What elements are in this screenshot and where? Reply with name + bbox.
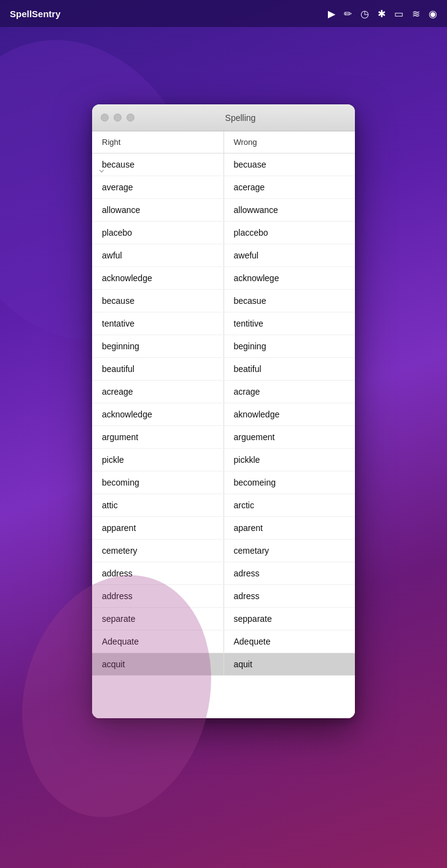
history-icon: ◷ xyxy=(360,8,369,20)
cell-right: acknowledge xyxy=(92,267,224,289)
table-row[interactable]: tentativetentitive xyxy=(92,312,355,335)
cell-wrong: pickkle xyxy=(224,449,356,471)
cell-wrong: arctic xyxy=(224,494,356,516)
menubar: SpellSentry ▶ ✏ ◷ ✱ ▭ ≋ ◉ xyxy=(0,0,447,27)
cell-wrong: aparent xyxy=(224,517,356,539)
cell-wrong: begining xyxy=(224,335,356,357)
cell-right: because xyxy=(92,290,224,312)
cell-right: placebo xyxy=(92,222,224,244)
cell-right: beautiful xyxy=(92,358,224,380)
table-row[interactable]: addressadress xyxy=(92,562,355,585)
cell-wrong: tentitive xyxy=(224,312,356,335)
table-row[interactable]: awfulaweful xyxy=(92,244,355,267)
cell-right: address xyxy=(92,585,224,607)
cell-wrong: beatiful xyxy=(224,358,356,380)
table-row[interactable]: averageacerage xyxy=(92,176,355,199)
bluetooth-icon: ✱ xyxy=(378,8,386,20)
cell-right: cemetery xyxy=(92,540,224,562)
cell-right: attic xyxy=(92,494,224,516)
pencil-icon: ✏ xyxy=(344,8,352,20)
cell-right: allowance xyxy=(92,199,224,221)
cell-wrong: acerage xyxy=(224,176,356,198)
traffic-lights xyxy=(101,114,134,122)
table-row[interactable]: allowanceallowwance xyxy=(92,199,355,222)
table-row[interactable]: acquitaquit xyxy=(92,653,355,676)
table-row[interactable]: argumentarguement xyxy=(92,426,355,449)
titlebar: Spelling xyxy=(92,104,355,131)
cell-wrong: allowwance xyxy=(224,199,356,221)
cell-wrong: placcebo xyxy=(224,222,356,244)
cell-right: becoming xyxy=(92,471,224,494)
table-row[interactable]: AdequateAdequete xyxy=(92,630,355,653)
cell-wrong: adress xyxy=(224,585,356,607)
cell-right: acknowledge xyxy=(92,403,224,425)
minimize-button[interactable] xyxy=(114,114,122,122)
maximize-button[interactable] xyxy=(126,114,134,122)
cell-right: separate xyxy=(92,608,224,630)
table-row[interactable]: becausebecuase xyxy=(92,153,355,176)
table-row[interactable]: acknowledgeacknowlege xyxy=(92,267,355,290)
spelling-window: Spelling ⌄ − Right Wrong becausebecuasea… xyxy=(92,104,355,718)
cell-right: average xyxy=(92,176,224,198)
table-row[interactable]: acreageacrage xyxy=(92,381,355,403)
table-row[interactable]: becomingbecomeing xyxy=(92,471,355,494)
play-icon: ▶ xyxy=(328,8,335,20)
cell-wrong: becuase xyxy=(224,153,356,176)
menubar-icons: ▶ ✏ ◷ ✱ ▭ ≋ ◉ xyxy=(328,8,437,20)
cell-right: awful xyxy=(92,244,224,266)
cell-wrong: becasue xyxy=(224,290,356,312)
cell-wrong: becomeing xyxy=(224,471,356,494)
cell-wrong: sepparate xyxy=(224,608,356,630)
cell-wrong: Adequete xyxy=(224,630,356,653)
cell-right: because xyxy=(92,153,224,176)
cell-wrong: acknowlege xyxy=(224,267,356,289)
table-row[interactable]: picklepickkle xyxy=(92,449,355,471)
cell-right: apparent xyxy=(92,517,224,539)
table-row[interactable]: placeboplaccebo xyxy=(92,222,355,244)
empty-row xyxy=(92,676,355,718)
table-row[interactable]: cemeterycemetary xyxy=(92,540,355,562)
wifi-icon: ≋ xyxy=(412,8,420,20)
window-title: Spelling xyxy=(134,113,346,123)
app-title: SpellSentry xyxy=(10,9,61,19)
table-header: Right Wrong xyxy=(92,131,355,153)
scroll-indicator: ⌄ xyxy=(97,162,106,176)
table-row[interactable]: becausebecasue xyxy=(92,290,355,312)
table-row[interactable]: acknowledgeaknowledge xyxy=(92,403,355,426)
table-row[interactable]: apparentaparent xyxy=(92,517,355,540)
table-row[interactable]: beginningbegining xyxy=(92,335,355,358)
cell-wrong: arguement xyxy=(224,426,356,448)
column-header-right: Right xyxy=(92,131,224,153)
cell-right: address xyxy=(92,562,224,584)
cell-right: pickle xyxy=(92,449,224,471)
cell-wrong: aweful xyxy=(224,244,356,266)
table-row[interactable]: addressadress xyxy=(92,585,355,608)
cell-right: tentative xyxy=(92,312,224,335)
table-row[interactable]: separatesepparate xyxy=(92,608,355,630)
table-row[interactable]: atticarctic xyxy=(92,494,355,517)
cell-right: beginning xyxy=(92,335,224,357)
battery-icon: ▭ xyxy=(394,8,403,20)
cell-wrong: acrage xyxy=(224,381,356,403)
cell-wrong: aknowledge xyxy=(224,403,356,425)
cell-wrong: aquit xyxy=(224,653,356,675)
column-header-wrong: Wrong xyxy=(224,131,356,153)
table-scroll[interactable]: becausebecuaseaverageacerageallowanceall… xyxy=(92,153,355,718)
cell-wrong: cemetary xyxy=(224,540,356,562)
close-button[interactable] xyxy=(101,114,109,122)
cell-right: acreage xyxy=(92,381,224,403)
cell-right: Adequate xyxy=(92,630,224,653)
cell-right: argument xyxy=(92,426,224,448)
cell-right: acquit xyxy=(92,653,224,675)
cell-wrong: adress xyxy=(224,562,356,584)
window-body: ⌄ − Right Wrong becausebecuaseaverageace… xyxy=(92,131,355,718)
user-icon: ◉ xyxy=(429,8,437,20)
table-row[interactable]: beautifulbeatiful xyxy=(92,358,355,381)
